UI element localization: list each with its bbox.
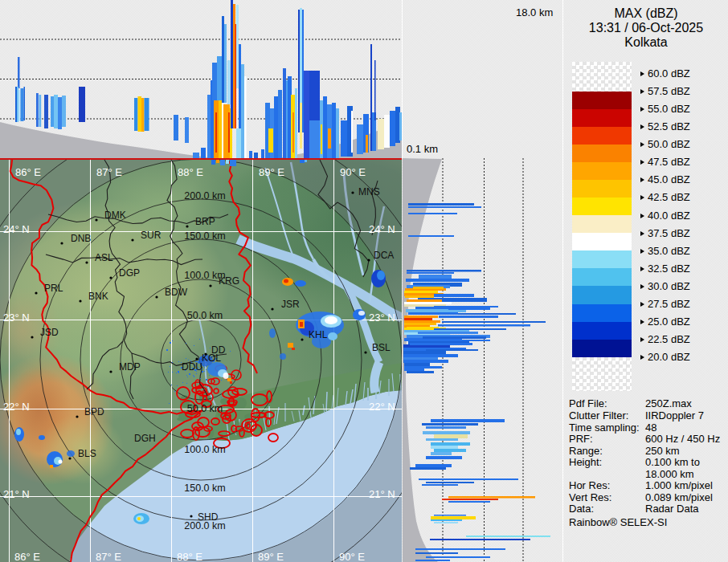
svg-text:BPD: BPD bbox=[84, 406, 104, 417]
svg-text:23° N: 23° N bbox=[369, 312, 395, 324]
svg-text:50.0 km: 50.0 km bbox=[187, 403, 223, 414]
svg-text:ASL: ASL bbox=[95, 252, 113, 263]
svg-text:89° E: 89° E bbox=[259, 166, 284, 178]
svg-text:BRP: BRP bbox=[195, 216, 215, 227]
svg-text:DGH: DGH bbox=[134, 433, 156, 444]
svg-text:KHL: KHL bbox=[309, 329, 328, 340]
svg-text:87° E: 87° E bbox=[96, 166, 122, 178]
svg-text:200.0 km: 200.0 km bbox=[184, 190, 225, 202]
svg-text:90° E: 90° E bbox=[340, 166, 366, 178]
svg-text:89° E: 89° E bbox=[258, 551, 284, 562]
svg-text:86° E: 86° E bbox=[15, 166, 41, 178]
svg-text:DMK: DMK bbox=[104, 210, 126, 221]
svg-text:KRG: KRG bbox=[219, 275, 239, 287]
svg-text:BDW: BDW bbox=[165, 287, 188, 298]
svg-text:22° N: 22° N bbox=[3, 401, 30, 413]
svg-text:DCA: DCA bbox=[374, 250, 394, 261]
svg-text:100.0 km: 100.0 km bbox=[184, 444, 225, 455]
svg-text:150.0 km: 150.0 km bbox=[184, 230, 225, 242]
svg-text:24° N: 24° N bbox=[3, 223, 30, 235]
svg-text:JSR: JSR bbox=[281, 299, 300, 310]
svg-text:21° N: 21° N bbox=[369, 488, 395, 500]
svg-text:DDU: DDU bbox=[182, 361, 202, 373]
svg-text:24° N: 24° N bbox=[369, 223, 395, 235]
svg-text:50.0 km: 50.0 km bbox=[187, 310, 223, 321]
svg-text:88° E: 88° E bbox=[178, 166, 203, 178]
svg-text:21° N: 21° N bbox=[3, 488, 30, 500]
svg-text:87° E: 87° E bbox=[96, 551, 121, 562]
svg-text:MNS: MNS bbox=[358, 186, 380, 198]
svg-text:BSL: BSL bbox=[372, 342, 391, 353]
svg-text:SUR: SUR bbox=[141, 230, 162, 241]
svg-text:DNB: DNB bbox=[71, 233, 91, 244]
svg-text:90° E: 90° E bbox=[339, 551, 365, 562]
svg-text:23° N: 23° N bbox=[3, 312, 30, 324]
svg-text:150.0 km: 150.0 km bbox=[184, 483, 225, 494]
svg-text:86° E: 86° E bbox=[14, 551, 40, 562]
svg-text:JSD: JSD bbox=[40, 327, 59, 338]
svg-text:88° E: 88° E bbox=[177, 551, 202, 562]
svg-text:BNK: BNK bbox=[88, 291, 108, 302]
svg-text:DGP: DGP bbox=[119, 267, 140, 279]
svg-text:PRL: PRL bbox=[44, 283, 63, 294]
svg-text:KOL: KOL bbox=[202, 352, 221, 364]
svg-text:MDP: MDP bbox=[119, 361, 141, 373]
svg-text:BLS: BLS bbox=[78, 448, 96, 459]
svg-text:22° N: 22° N bbox=[369, 401, 395, 413]
svg-text:SHD: SHD bbox=[198, 511, 219, 523]
